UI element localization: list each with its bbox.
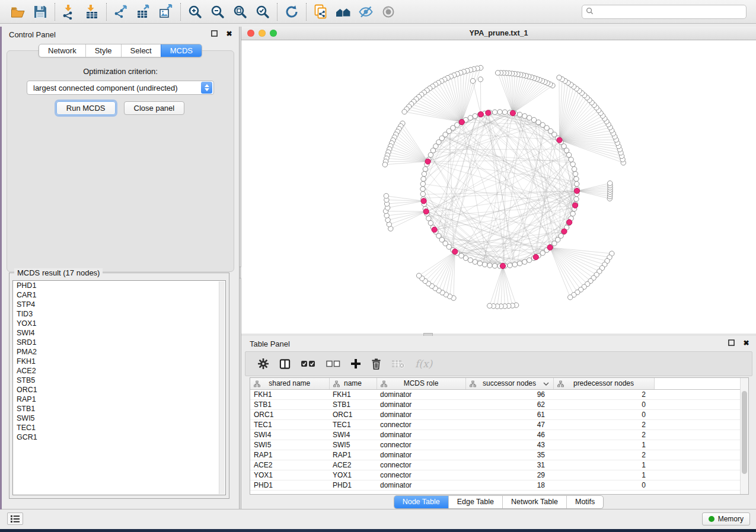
mcds-result-item[interactable]: STP4 <box>13 300 225 309</box>
table-cell[interactable]: connector <box>377 420 465 430</box>
add-column-icon[interactable] <box>350 357 361 371</box>
table-cell[interactable]: TEC1 <box>250 420 329 430</box>
network-graph[interactable] <box>241 40 756 334</box>
table-cell[interactable]: ORC1 <box>250 410 329 420</box>
mcds-result-item[interactable]: TEC1 <box>13 423 225 432</box>
delete-column-icon[interactable] <box>371 357 381 371</box>
table-cell[interactable]: YOX1 <box>250 470 329 480</box>
tab-edge-table[interactable]: Edge Table <box>448 496 502 508</box>
table-row[interactable]: TEC1TEC1connector472 <box>250 420 742 430</box>
table-row[interactable]: ACE2ACE2connector311 <box>250 460 742 470</box>
table-cell[interactable]: SWI4 <box>329 430 377 440</box>
table-cell[interactable]: SWI5 <box>329 440 377 450</box>
table-cell[interactable]: 1 <box>553 460 654 470</box>
zoom-selected-icon[interactable] <box>254 3 272 21</box>
memory-button[interactable]: Memory <box>702 512 750 525</box>
float-window-icon[interactable] <box>728 339 735 347</box>
table-cell[interactable]: ACE2 <box>329 460 377 470</box>
table-cell[interactable]: 2 <box>553 430 654 440</box>
show-columns-icon[interactable] <box>279 357 291 371</box>
save-icon[interactable] <box>31 3 49 21</box>
table-cell[interactable]: 43 <box>465 440 553 450</box>
tab-network[interactable]: Network <box>39 44 85 57</box>
search-input[interactable] <box>596 7 742 17</box>
table-cell[interactable]: 0 <box>553 410 654 420</box>
table-cell[interactable]: RAP1 <box>329 450 377 460</box>
column-header-mcds-role[interactable]: MCDS role <box>377 378 465 390</box>
show-panel-icon[interactable] <box>379 3 397 21</box>
delete-table-icon[interactable] <box>391 357 405 371</box>
import-network-icon[interactable] <box>60 3 78 21</box>
mcds-result-item[interactable]: FKH1 <box>13 357 225 366</box>
table-cell[interactable]: 31 <box>465 460 553 470</box>
table-row[interactable]: PHD1PHD1dominator180 <box>250 480 742 491</box>
table-cell[interactable]: 2 <box>553 450 654 460</box>
table-cell[interactable]: 35 <box>465 450 553 460</box>
import-table-icon[interactable] <box>83 3 101 21</box>
table-cell[interactable]: dominator <box>377 480 465 491</box>
mcds-result-item[interactable]: SWI4 <box>13 328 225 338</box>
table-row[interactable]: YOX1YOX1connector291 <box>250 470 742 480</box>
tab-network-table[interactable]: Network Table <box>502 496 566 508</box>
table-cell[interactable]: 1 <box>553 470 654 480</box>
table-cell[interactable]: dominator <box>377 390 465 400</box>
table-cell[interactable]: FKH1 <box>250 390 329 400</box>
table-cell[interactable]: 61 <box>465 410 553 420</box>
table-cell[interactable]: SWI4 <box>250 430 329 440</box>
mcds-result-item[interactable]: PMA2 <box>13 347 225 357</box>
mcds-result-item[interactable]: GCR1 <box>13 432 225 442</box>
export-table-icon[interactable] <box>135 3 152 21</box>
open-icon[interactable] <box>9 3 27 21</box>
table-cell[interactable]: SWI5 <box>250 440 329 450</box>
export-network-icon[interactable] <box>112 3 130 21</box>
mcds-result-item[interactable]: CAR1 <box>13 290 225 300</box>
table-cell[interactable]: 0 <box>553 480 654 491</box>
network-canvas[interactable] <box>241 40 756 334</box>
table-cell[interactable]: 18 <box>465 480 553 491</box>
column-header-shared-name[interactable]: shared name <box>250 378 329 390</box>
column-header-successor-nodes[interactable]: successor nodes <box>465 378 553 390</box>
float-window-icon[interactable] <box>210 30 218 37</box>
mcds-result-item[interactable]: SWI5 <box>13 414 225 423</box>
tab-motifs[interactable]: Motifs <box>566 496 603 508</box>
scrollbar-thumb[interactable] <box>742 391 747 474</box>
mcds-result-item[interactable]: SRD1 <box>13 338 225 347</box>
close-panel-icon[interactable]: ✖ <box>742 339 750 347</box>
table-cell[interactable]: 46 <box>465 430 553 440</box>
table-scrollbar[interactable] <box>740 378 748 494</box>
table-row[interactable]: STB1STB1dominator620 <box>250 400 742 410</box>
table-cell[interactable]: STB1 <box>329 400 377 410</box>
list-scrollbar[interactable] <box>219 281 225 494</box>
table-cell[interactable]: connector <box>377 460 465 470</box>
zoom-in-icon[interactable] <box>186 3 204 21</box>
close-panel-button[interactable]: Close panel <box>124 101 185 115</box>
table-settings-icon[interactable] <box>257 357 269 371</box>
mcds-result-list[interactable]: PHD1CAR1STP4TID3YOX1SWI4SRD1PMA2FKH1ACE2… <box>12 280 226 495</box>
column-header-predecessor-nodes[interactable]: predecessor nodes <box>553 378 654 390</box>
table-cell[interactable]: YOX1 <box>329 470 377 480</box>
search-box[interactable] <box>582 5 747 19</box>
table-cell[interactable]: STB1 <box>250 400 329 410</box>
task-history-button[interactable] <box>7 512 23 525</box>
table-cell[interactable]: ACE2 <box>250 460 329 470</box>
table-cell[interactable]: dominator <box>377 400 465 410</box>
table-cell[interactable]: PHD1 <box>250 480 329 491</box>
mcds-result-item[interactable]: ORC1 <box>13 385 225 395</box>
mcds-result-item[interactable]: ACE2 <box>13 366 225 376</box>
table-row[interactable]: FKH1FKH1dominator962 <box>250 390 742 400</box>
home-icon[interactable] <box>334 3 352 21</box>
table-cell[interactable]: RAP1 <box>250 450 329 460</box>
table-row[interactable]: ORC1ORC1dominator610 <box>250 410 742 420</box>
export-image-icon[interactable] <box>157 3 175 21</box>
tab-select[interactable]: Select <box>121 44 161 57</box>
table-cell[interactable]: FKH1 <box>329 390 377 400</box>
mcds-result-item[interactable]: STB1 <box>13 404 225 414</box>
criterion-select[interactable]: largest connected component (undirected) <box>27 81 214 95</box>
mcds-result-item[interactable]: PHD1 <box>13 281 225 290</box>
table-row[interactable]: RAP1RAP1dominator352 <box>250 450 742 460</box>
table-cell[interactable]: connector <box>377 470 465 480</box>
column-header-name[interactable]: name <box>329 378 377 390</box>
zoom-fit-icon[interactable] <box>231 3 249 21</box>
select-all-icon[interactable] <box>301 357 316 371</box>
network-window-titlebar[interactable]: YPA_prune.txt_1 <box>241 27 756 40</box>
